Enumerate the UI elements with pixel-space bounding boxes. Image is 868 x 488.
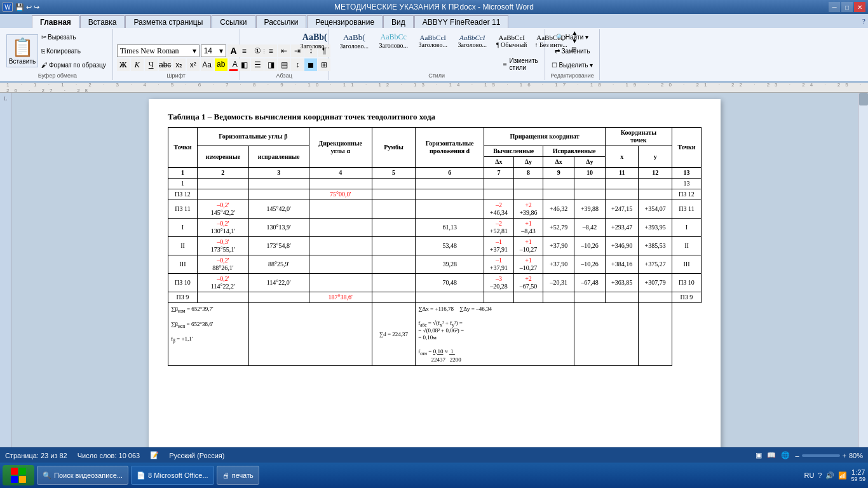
style-heading1[interactable]: AaBb(Заголово... [295,24,334,57]
meas-cell: –0,2'88°26,1' [197,255,248,274]
taskbar-item-office[interactable]: 📄 8 Microsoft Office... [131,466,214,485]
zoom-slider[interactable] [802,454,840,457]
point-cell: ПЗ 10 [168,274,198,292]
page-info: Страница: 23 из 82 [5,452,67,459]
bullets-button[interactable]: ≡ [238,44,250,57]
align-center-button[interactable]: ☰ [251,58,264,71]
ruler: 1 · 1 · 1 · 2 · 3 · 4 · 5 · 6 · 7 · 8 · … [0,83,868,93]
document-area[interactable]: Таблица 1 – Ведомость вычисления координ… [11,93,858,447]
help-icon[interactable]: ? [862,17,868,25]
numbering-button[interactable]: ① [251,44,264,57]
shading-button[interactable]: ◼ [304,58,317,71]
point2-cell: II [672,237,701,255]
table-row: ПЗ 12 75°00,0' ПЗ 12 [168,189,702,200]
align-left-button[interactable]: ◧ [238,58,250,71]
multilevel-button[interactable]: ≡ [264,44,277,57]
change-case-button[interactable]: Aa [201,58,214,71]
network-icon[interactable]: 📶 [838,471,847,480]
table-row: ПЗ 9 187°38,6' ПЗ 9 [168,292,702,303]
zoom-in-button[interactable]: + [843,452,846,459]
style-normal[interactable]: AaBbCcI¶ Обычный [492,24,531,57]
search-taskbar-icon: 🔍 [43,471,51,480]
maximize-button[interactable]: □ [841,2,853,12]
start-button[interactable] [3,465,34,485]
view-normal-icon[interactable]: ▣ [756,451,762,459]
num-4: 4 [309,168,372,179]
horiz-cell [416,292,484,303]
col-horiz-angles-header: Горизонтальные углы β [197,128,309,146]
meas-cell: –0,3'173°55,1' [197,237,248,255]
font-name-selector[interactable]: Times New Roman ▾ [117,44,200,57]
vx-cell: –1+37,91 [484,237,514,255]
tab-layout[interactable]: Разметка страницы [125,15,211,28]
line-spacing-button[interactable]: ↕ [291,58,304,71]
view-reading-icon[interactable]: 📖 [767,451,776,459]
style-heading3[interactable]: AaBbCcЗаголово... [374,24,412,57]
col-coord-inc-header: Приращения координат [484,128,606,146]
underline-button[interactable]: Ч [145,58,158,71]
paste-button[interactable]: 📋 Вставить [6,34,38,67]
point-cell: II [168,237,198,255]
ix-cell: +37,90 [543,237,574,255]
find-button[interactable]: 🔍 Найти ▾ [553,30,591,43]
font-size-selector[interactable]: 14 ▾ [201,44,226,57]
decrease-indent-button[interactable]: ⇤ [278,44,290,57]
italic-button[interactable]: К [131,58,144,71]
quick-access-redo[interactable]: ↪ [34,3,39,11]
horiz-cell: 39,28 [416,255,484,274]
cut-button[interactable]: ✂ Вырезать [39,30,109,43]
point2-cell: ПЗ 12 [672,189,701,200]
sound-icon[interactable]: 🔊 [825,471,834,480]
right-scrollbar[interactable] [858,93,868,447]
superscript-button[interactable]: x² [187,58,200,71]
taskbar-item-print[interactable]: 🖨 печать [217,466,259,485]
col-rumby-header: Румбы [372,128,415,168]
minimize-button[interactable]: ─ [829,2,840,12]
format-painter-button[interactable]: 🖌 Формат по образцу [39,58,109,71]
tab-insert[interactable]: Вставка [80,15,125,28]
tab-home[interactable]: Главная [32,15,79,28]
rumby-cell [372,200,415,219]
bold-button[interactable]: Ж [117,58,130,71]
col-dx-calc-header: Δx [484,157,514,168]
format-painter-icon: 🖌 [41,62,48,69]
style-heading4[interactable]: AaBbCcIЗаголово... [414,24,452,57]
style-change-btn[interactable]: ≡ Изменитьстили [503,57,540,71]
subscript-button[interactable]: x₂ [173,58,186,71]
taskbar-item-search[interactable]: 🔍 Поиск видеозаписе... [37,466,128,485]
select-button[interactable]: ☐ Выделить ▾ [549,58,596,71]
col-dir-angles-header: Дирекционныеуглы α [309,128,372,168]
justify-button[interactable]: ▤ [278,58,290,71]
point2-cell: I [672,219,701,237]
replace-button[interactable]: ⇄ Заменить [552,44,593,57]
dir-cell [309,219,372,237]
view-web-icon[interactable]: 🌐 [781,451,790,459]
title-bar-controls: ─ □ ✕ [829,2,865,12]
dir-cell [309,237,372,255]
highlight-button[interactable]: ab [215,58,227,71]
point2-cell: ПЗ 11 [672,200,701,219]
tab-references[interactable]: Ссылки [212,15,255,28]
style-heading2[interactable]: AaBb(Заголово... [335,24,373,57]
title-bar-left: W 💾 ↩ ↪ [3,2,39,12]
close-button[interactable]: ✕ [854,2,865,12]
ix-cell: +37,90 [543,255,574,274]
quick-access-save[interactable]: 💾 [15,3,24,11]
col-x-header: x [605,146,639,168]
vy-cell [513,189,543,200]
align-right-button[interactable]: ◨ [264,58,277,71]
scroll-thumb[interactable] [859,93,868,105]
horiz-cell [416,179,484,189]
style-heading5[interactable]: AaBbCcIЗаголово... [453,24,491,57]
windows-logo [10,466,27,484]
ix-cell: +46,32 [543,200,574,219]
help-taskbar-icon[interactable]: ? [818,471,822,479]
zoom-out-button[interactable]: – [795,452,799,459]
corr-cell [248,189,309,200]
paragraph-label: Абзац [276,72,292,79]
strikethrough-button[interactable]: abc [159,58,172,71]
copy-button[interactable]: ⎘ Копировать [39,44,109,57]
quick-access-undo[interactable]: ↩ [26,3,32,11]
rumby-cell [372,292,415,303]
table-row: I –0,2'130°14,1' 130°13,9' 61,13 –2+52,8… [168,219,702,237]
